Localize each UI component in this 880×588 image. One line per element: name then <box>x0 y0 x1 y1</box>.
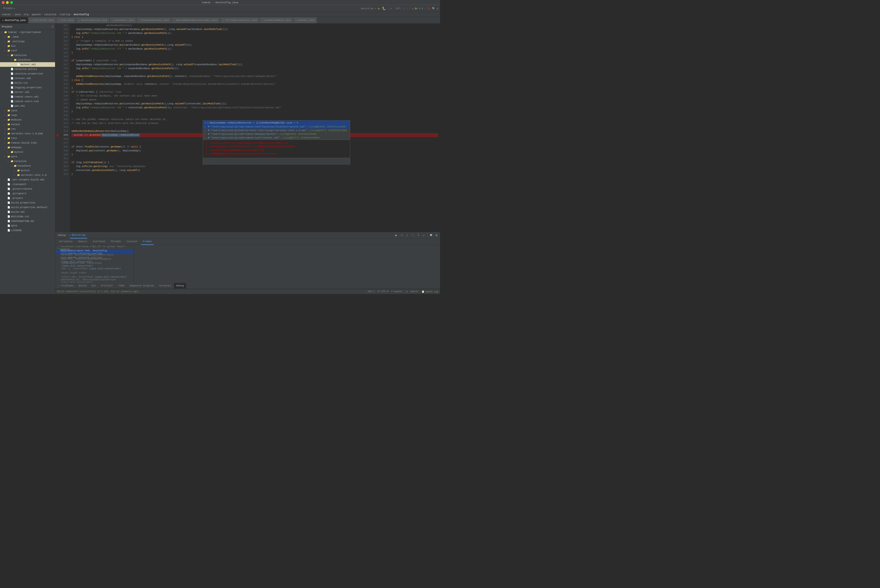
debug-tab-threads[interactable]: Threads <box>109 238 123 245</box>
sidebar-item-build-props-default[interactable]: 📄 build.properties.default <box>0 205 55 210</box>
sidebar-item-idea[interactable]: ▸ 📁 .idea <box>0 34 55 39</box>
debug-config-label[interactable]: Bootstrap <box>70 232 87 238</box>
tooltip-nav-back[interactable]: ← <box>205 160 206 163</box>
sidebar-item-context-xml[interactable]: 📄 context.xml <box>0 76 55 81</box>
sidebar-item-tomcat-build-libs[interactable]: ▸ 📁 tomcat-build-libs <box>0 141 55 145</box>
sidebar-item-server-xml[interactable]: 📄 server.xml <box>0 90 55 94</box>
tab-callmethodrule[interactable]: ☕ CallMethodRule.java <box>259 17 293 23</box>
sidebar-item-root[interactable]: ▾ 📁 tomcat ~/gitlab/tomcat <box>0 30 55 34</box>
bottom-tab-seqdiag[interactable]: Sequence Diagram <box>127 283 156 288</box>
tooltip-nav-forward[interactable]: → <box>208 160 209 163</box>
sidebar-item-java[interactable]: ▸ 📁 java <box>0 108 55 113</box>
breadcrumb-catalina[interactable]: catalina <box>44 13 57 16</box>
tab-context[interactable]: ☕ Context.java <box>293 17 317 23</box>
sidebar-item-ant-targets[interactable]: 📄 .ant-targets-build.xml <box>0 177 55 182</box>
sidebar-item-logging-props[interactable]: 📄 logging.properties <box>0 85 55 90</box>
sidebar-item-keys[interactable]: 📄 KEYS <box>0 224 55 228</box>
run-button[interactable]: ▶ <box>378 6 380 10</box>
stop-button[interactable]: ⏹ <box>390 7 392 10</box>
tab-file[interactable]: ☕ File.java <box>56 17 76 23</box>
sidebar-item-catalina-props[interactable]: 📄 catalina.properties <box>0 71 55 76</box>
sidebar-item-output[interactable]: ▸ 📁 output <box>0 122 55 127</box>
breadcrumb-tomcat[interactable]: tomcat <box>2 13 11 16</box>
sidebar-item-work[interactable]: ▾ 📁 work <box>0 154 55 159</box>
sidebar-item-mytest-folder[interactable]: ▸ 📁 mytest <box>0 150 55 154</box>
breadcrumb-hostconfig[interactable]: HostConfig <box>74 13 89 16</box>
sidebar-item-servelet-test[interactable]: ▸ 📁 servelet-test-1.0 <box>0 173 55 177</box>
sidebar-item-license[interactable]: 📄 LICENSE <box>0 228 55 233</box>
sidebar-item-project[interactable]: 📄 .project <box>0 196 55 201</box>
sidebar-item-contributing-md[interactable]: 📄 CONTRIBUTING.md <box>0 219 55 224</box>
tooltip-row-3[interactable]: ▸ ■ "/Users/quyixiao/gitlab/tomcat/conf/… <box>203 136 350 140</box>
debug-tab-overhead[interactable]: Overhead <box>91 238 107 245</box>
sidebar-item-tomcat-users-xml[interactable]: 📄 tomcat-users.xml <box>0 94 55 99</box>
sidebar-item-hello-txt[interactable]: 📄 hello.txt <box>0 81 55 85</box>
settings-icon[interactable]: ⚙ <box>437 7 438 10</box>
tooltip-row-2[interactable]: ▸ ■ "/Users/quyixiao/gitlab/tomcat/webap… <box>203 132 350 136</box>
minimize-button[interactable] <box>6 1 9 4</box>
sidebar-item-bin[interactable]: ▸ 📁 bin <box>0 44 55 48</box>
event-log-icon[interactable]: 📋 Event Log <box>421 290 438 293</box>
project-menu[interactable]: Project ▾ <box>2 6 16 11</box>
tab-standardcontext[interactable]: ☕ StandardContext.java <box>136 17 171 23</box>
debug-tab-variables[interactable]: Variables <box>57 238 74 245</box>
debug-run-to-cursor-btn[interactable]: ⤵ <box>416 233 421 238</box>
sidebar-item-test[interactable]: ▸ 📁 test <box>0 136 55 141</box>
sidebar-item-gitignore[interactable]: 📄 .gitignore <box>0 191 55 196</box>
sidebar-item-servelet-bak[interactable]: ▸ 📁 servelet-test-1.0_bak <box>0 131 55 136</box>
debug-session-label[interactable]: Debug <box>56 234 67 237</box>
sidebar-item-gitattributes[interactable]: 📄 .gitattributes <box>0 187 55 191</box>
tab-constants[interactable]: ☕ Constants.java <box>109 17 136 23</box>
tab-introspection[interactable]: ☕ IntrospectionUtils.java <box>220 17 259 23</box>
debug-evaluate-btn[interactable]: ✓ <box>421 233 426 238</box>
code-editor[interactable]: 817 818 819 820 821 822 823 824 825 826 … <box>55 24 440 232</box>
sidebar-item-res[interactable]: ▸ 📁 res <box>0 127 55 131</box>
sidebar-item-catalina[interactable]: ▾ 📁 Catalina <box>0 53 55 58</box>
tab-futuretask[interactable]: ☕ FutureTask.java <box>28 17 56 23</box>
debug-settings-btn[interactable]: ⚙ <box>434 233 439 238</box>
sidebar-item-building-txt[interactable]: 📄 BUILDING.txt <box>0 214 55 219</box>
breadcrumb-java[interactable]: java <box>14 13 20 16</box>
sidebar-item-work-catalina[interactable]: ▾ 📁 Catalina <box>0 159 55 164</box>
debug-resume-btn[interactable]: ▶ <box>394 233 399 238</box>
sidebar-item-webapps[interactable]: ▾ 📁 webapps <box>0 145 55 150</box>
sidebar-item-logs[interactable]: ▸ 📁 logs <box>0 113 55 117</box>
sidebar-item-mytest-xml[interactable]: 📄 mytest.xml <box>0 62 55 67</box>
breadcrumb-org[interactable]: org <box>24 13 28 16</box>
sidebar-item-modules[interactable]: ▸ 📁 modules <box>0 117 55 122</box>
sidebar-item-localhost[interactable]: ▾ 📁 localhost <box>0 58 55 62</box>
sidebar-item-work-mytest[interactable]: ▸ 📁 mytest <box>0 168 55 173</box>
maximize-button[interactable] <box>10 1 13 4</box>
sidebar-item-classpath[interactable]: 📄 .classpath <box>0 182 55 187</box>
debug-step-into-btn[interactable]: ↓ <box>405 233 410 238</box>
bottom-tab-profiler[interactable]: Profiler <box>99 283 115 288</box>
sidebar-item-catalina-policy[interactable]: 📄 catalina.policy <box>0 67 55 71</box>
sidebar-item-build-xml[interactable]: 📄 build.xml <box>0 210 55 214</box>
debug-button[interactable]: 🐛 <box>382 6 386 10</box>
sidebar-item-web-xml[interactable]: 📄 web.xml <box>0 104 55 108</box>
debug-tab-memory[interactable]: Memory <box>76 238 89 245</box>
close-button[interactable] <box>2 1 4 4</box>
bottom-tab-git[interactable]: Git <box>89 283 98 288</box>
sidebar-item-build-props[interactable]: 📄 build.properties <box>0 201 55 205</box>
debug-step-over-btn[interactable]: ↷ <box>399 233 404 238</box>
search-icon[interactable]: 🔍 <box>432 7 435 10</box>
tab-nativemethod[interactable]: ☕ NativeMethodAccessorImpl.class <box>171 17 220 23</box>
bottom-tab-build[interactable]: Build <box>76 283 89 288</box>
sidebar-item-tomcat-users-xsd[interactable]: 📄 tomcat-users.xsd <box>0 99 55 104</box>
sidebar-item-work-localhost[interactable]: ▾ 📁 localhost <box>0 164 55 168</box>
debug-step-out-btn[interactable]: ↑ <box>410 233 415 238</box>
bottom-tab-problems[interactable]: ⚠ Problems <box>56 283 76 288</box>
bootstrap-config[interactable]: Bootstrap ▾ <box>361 7 376 10</box>
sidebar-item-conf[interactable]: ▾ 📁 conf <box>0 48 55 53</box>
breadcrumb-apache[interactable]: apache <box>32 13 41 16</box>
debug-tab-console[interactable]: Console <box>125 238 139 245</box>
debug-tab-frames[interactable]: Frames <box>141 238 154 245</box>
sidebar-item-settings[interactable]: ▸ 📁 .settings <box>0 39 55 44</box>
tab-unixfilesystem[interactable]: ☕ UnixFileSystem.java <box>76 17 109 23</box>
debug-frame-4[interactable]: run$$capture:266, FutureTask (java.util.… <box>55 262 133 267</box>
bottom-tab-terminal[interactable]: Terminal <box>157 283 174 288</box>
breadcrumb-startup[interactable]: startup <box>60 13 70 16</box>
bottom-tab-todo[interactable]: TODO <box>116 283 127 288</box>
bottom-tab-debug[interactable]: Debug <box>174 283 186 288</box>
